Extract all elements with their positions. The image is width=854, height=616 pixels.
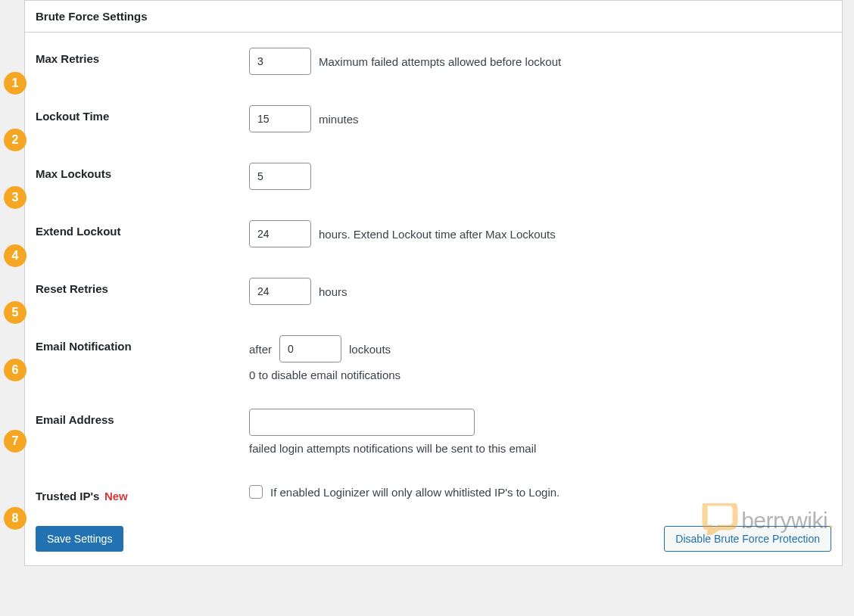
email-notif-suffix: lockouts [349, 343, 391, 356]
disable-protection-button[interactable]: Disable Brute Force Protection [664, 526, 831, 552]
label-trusted-ips: Trusted IP's [36, 490, 99, 502]
row-reset-retries: Reset Retries hours [36, 278, 831, 305]
annotation-badge-8: 8 [4, 507, 26, 530]
panel-title: Brute Force Settings [36, 10, 831, 23]
label-email-notification: Email Notification [36, 340, 132, 353]
settings-panel: Brute Force Settings Max Retries Maximum… [24, 0, 843, 566]
label-lockout-time: Lockout Time [36, 110, 109, 123]
trusted-ips-help: If enabled Loginizer will only allow whi… [270, 486, 559, 499]
panel-header: Brute Force Settings [25, 1, 842, 33]
email-address-sub: failed login attempts notifications will… [249, 442, 831, 455]
email-notif-sub: 0 to disable email notifications [249, 369, 831, 381]
reset-retries-help: hours [319, 285, 348, 298]
email-notification-input[interactable] [279, 335, 341, 362]
max-lockouts-input[interactable] [249, 163, 311, 190]
label-max-retries: Max Retries [36, 52, 99, 65]
label-reset-retries: Reset Retries [36, 282, 108, 295]
annotation-badge-2: 2 [4, 129, 26, 151]
new-badge: New [104, 490, 128, 502]
save-settings-button[interactable]: Save Settings [36, 526, 123, 552]
panel-body: Max Retries Maximum failed attempts allo… [25, 33, 842, 565]
annotation-badge-1: 1 [4, 72, 26, 95]
annotation-badge-5: 5 [4, 301, 26, 324]
lockout-time-input[interactable] [249, 105, 311, 132]
annotation-badge-3: 3 [4, 186, 26, 209]
row-trusted-ips: Trusted IP's New If enabled Loginizer wi… [36, 485, 831, 503]
row-max-lockouts: Max Lockouts [36, 163, 831, 190]
row-extend-lockout: Extend Lockout hours. Extend Lockout tim… [36, 220, 831, 247]
email-notif-prefix: after [249, 343, 272, 356]
annotation-badge-4: 4 [4, 244, 26, 267]
label-email-address: Email Address [36, 413, 114, 426]
annotation-badge-7: 7 [4, 430, 26, 453]
lockout-time-help: minutes [319, 113, 359, 126]
extend-lockout-help: hours. Extend Lockout time after Max Loc… [319, 228, 556, 241]
annotation-badge-6: 6 [4, 359, 26, 381]
trusted-ips-checkbox[interactable] [249, 485, 263, 499]
label-extend-lockout: Extend Lockout [36, 225, 121, 238]
row-email-notification: Email Notification after lockouts 0 to d… [36, 335, 831, 381]
button-row: Save Settings Disable Brute Force Protec… [36, 526, 831, 552]
email-address-input[interactable] [249, 409, 475, 436]
row-lockout-time: Lockout Time minutes [36, 105, 831, 132]
reset-retries-input[interactable] [249, 278, 311, 305]
label-max-lockouts: Max Lockouts [36, 167, 111, 180]
row-max-retries: Max Retries Maximum failed attempts allo… [36, 48, 831, 75]
row-email-address: Email Address failed login attempts noti… [36, 409, 831, 455]
extend-lockout-input[interactable] [249, 220, 311, 247]
max-retries-help: Maximum failed attempts allowed before l… [319, 55, 561, 68]
max-retries-input[interactable] [249, 48, 311, 75]
